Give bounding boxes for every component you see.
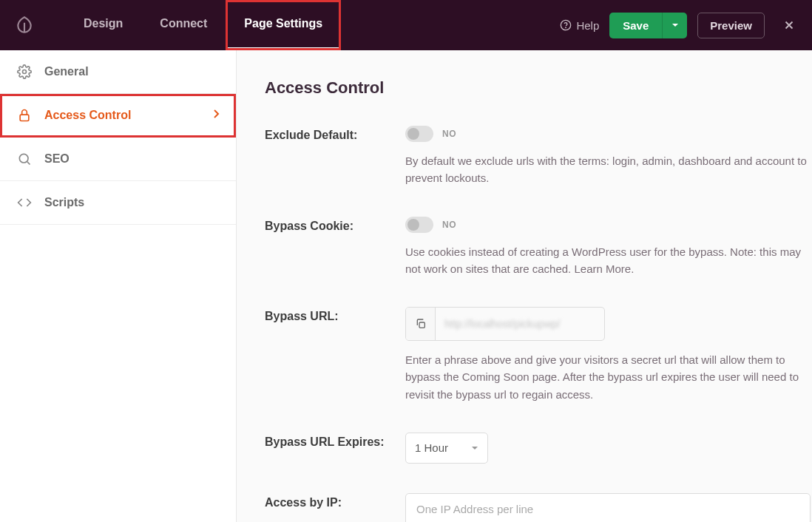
help-link[interactable]: Help xyxy=(560,19,599,32)
field-label: Bypass Cookie: xyxy=(265,217,405,278)
field-label: Exclude Default: xyxy=(265,126,405,187)
page-title: Access Control xyxy=(265,78,812,98)
copy-icon xyxy=(415,318,427,330)
chevron-right-icon xyxy=(212,109,220,122)
field-label: Access by IP: xyxy=(265,493,405,522)
bypass-url-value: http://localhost/pickupwp/ xyxy=(436,318,604,330)
sidebar-item-seo[interactable]: SEO xyxy=(0,138,236,181)
body: General Access Control SEO Scripts Acces… xyxy=(0,50,812,522)
close-icon xyxy=(782,18,796,32)
field-bypass-expires: Bypass URL Expires: 1 Hour xyxy=(265,433,812,464)
svg-point-1 xyxy=(566,27,566,28)
nav-design[interactable]: Design xyxy=(65,0,141,50)
select-value: 1 Hour xyxy=(415,441,448,454)
sidebar: General Access Control SEO Scripts xyxy=(0,50,237,522)
help-text: By default we exclude urls with the term… xyxy=(405,152,812,187)
save-dropdown[interactable] xyxy=(662,13,687,38)
field-exclude-default: Exclude Default: NO By default we exclud… xyxy=(265,126,812,187)
preview-button[interactable]: Preview xyxy=(697,13,765,38)
field-label: Bypass URL Expires: xyxy=(265,433,405,464)
sidebar-item-access-control[interactable]: Access Control xyxy=(0,94,236,138)
logo xyxy=(13,14,35,36)
nav-connect[interactable]: Connect xyxy=(141,0,226,50)
svg-point-2 xyxy=(23,70,27,74)
caret-down-icon xyxy=(671,21,679,29)
exclude-default-toggle[interactable] xyxy=(405,126,433,142)
field-bypass-cookie: Bypass Cookie: NO Use cookies instead of… xyxy=(265,217,812,278)
bypass-cookie-toggle[interactable] xyxy=(405,217,433,233)
header-right: Help Save Preview xyxy=(560,13,799,38)
code-icon xyxy=(16,194,33,211)
lock-icon xyxy=(16,107,33,123)
bypass-url-box: http://localhost/pickupwp/ xyxy=(405,307,605,341)
top-nav: Design Connect Page Settings xyxy=(65,0,341,50)
gear-icon xyxy=(16,64,33,80)
sidebar-item-label: SEO xyxy=(44,152,70,166)
sidebar-item-general[interactable]: General xyxy=(0,50,236,94)
caret-down-icon xyxy=(471,444,478,452)
svg-rect-5 xyxy=(419,322,424,328)
sidebar-item-label: Scripts xyxy=(44,196,84,209)
sidebar-item-scripts[interactable]: Scripts xyxy=(0,181,236,225)
save-button[interactable]: Save xyxy=(609,13,662,38)
help-label: Help xyxy=(576,19,599,32)
field-access-ip: Access by IP: xyxy=(265,493,812,522)
toggle-state: NO xyxy=(442,129,456,139)
field-bypass-url: Bypass URL: http://localhost/pickupwp/ E… xyxy=(265,307,812,403)
sidebar-item-label: General xyxy=(44,65,89,78)
content: Access Control Exclude Default: NO By de… xyxy=(237,50,812,522)
copy-button[interactable] xyxy=(406,308,436,340)
bypass-expires-select[interactable]: 1 Hour xyxy=(405,433,488,464)
search-icon xyxy=(16,151,33,167)
toggle-state: NO xyxy=(442,220,456,230)
nav-page-settings[interactable]: Page Settings xyxy=(226,0,341,50)
access-ip-textarea[interactable] xyxy=(405,493,811,522)
svg-rect-3 xyxy=(20,115,29,121)
close-button[interactable] xyxy=(779,16,799,35)
help-icon xyxy=(560,19,572,31)
sidebar-item-label: Access Control xyxy=(44,109,131,122)
field-label: Bypass URL: xyxy=(265,307,405,403)
save-button-group: Save xyxy=(609,13,687,38)
help-text: Use cookies instead of creating a WordPr… xyxy=(405,243,812,278)
help-text: Enter a phrase above and give your visit… xyxy=(405,351,812,403)
app-header: Design Connect Page Settings Help Save P… xyxy=(0,0,812,50)
svg-point-4 xyxy=(19,154,28,163)
